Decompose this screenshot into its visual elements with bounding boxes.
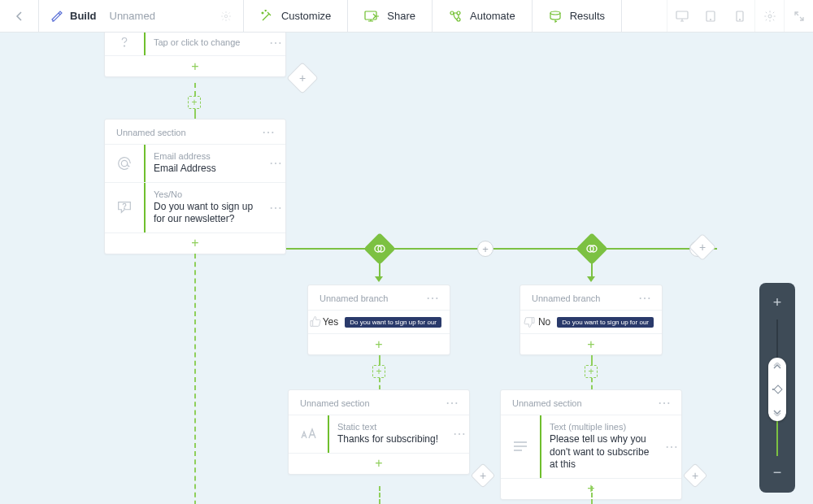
- flow-canvas[interactable]: Tap or click to change ⋯ + + + Unnamed s…: [0, 33, 813, 504]
- back-button[interactable]: [0, 0, 39, 32]
- insert-node-button[interactable]: +: [585, 365, 598, 378]
- share-label: Share: [387, 10, 415, 22]
- connector: [194, 109, 196, 119]
- settings-icon[interactable]: [754, 0, 784, 32]
- text-size-icon: [289, 415, 328, 453]
- section-title[interactable]: Unnamed section: [300, 398, 370, 408]
- row-text: Email Address: [154, 163, 258, 176]
- fullscreen-icon[interactable]: [784, 0, 813, 32]
- section-card-no[interactable]: Unnamed section ⋯ Text (multiple lines) …: [500, 389, 682, 500]
- zoom-control[interactable]: + −: [759, 283, 795, 493]
- thumbs-up-icon: [308, 315, 323, 328]
- insert-node-button[interactable]: +: [188, 96, 201, 109]
- tab-customize[interactable]: Customize: [244, 0, 348, 32]
- svg-point-8: [711, 19, 711, 20]
- at-icon: [105, 145, 144, 182]
- question-row-yesno[interactable]: Yes/No Do you want to sign up for our ne…: [105, 182, 285, 232]
- card-menu-icon[interactable]: ⋯: [262, 130, 276, 135]
- zoom-out-button[interactable]: −: [773, 461, 782, 484]
- device-desktop-icon[interactable]: [667, 0, 696, 32]
- tab-share[interactable]: Share: [348, 0, 433, 32]
- svg-point-14: [124, 208, 125, 209]
- connector: [194, 83, 196, 96]
- tab-automate[interactable]: Automate: [433, 0, 533, 32]
- question-row-static[interactable]: Static text Thanks for subscribing! ⋯: [289, 415, 469, 453]
- question-row-email[interactable]: Email address Email Address ⋯: [105, 144, 285, 182]
- add-branch-button[interactable]: +: [477, 241, 493, 257]
- row-menu-icon[interactable]: ⋯: [450, 415, 469, 453]
- connector: [379, 355, 380, 365]
- row-type: Yes/No: [154, 189, 258, 199]
- connector: [591, 355, 593, 365]
- text-lines-icon: [501, 415, 540, 478]
- arrow-icon: [375, 276, 383, 282]
- connector: [379, 378, 380, 389]
- branch-answer: Yes: [323, 316, 339, 328]
- device-phone-icon[interactable]: [725, 11, 754, 22]
- survey-name[interactable]: Unnamed: [110, 10, 155, 22]
- section-title[interactable]: Unnamed section: [116, 128, 186, 137]
- section-card-yes[interactable]: Unnamed section ⋯ Static text Thanks for…: [288, 389, 470, 475]
- question-card-top[interactable]: Tap or click to change ⋯ +: [104, 28, 286, 77]
- svg-point-13: [121, 160, 127, 166]
- connector: [591, 486, 593, 504]
- card-menu-icon[interactable]: ⋯: [446, 401, 459, 406]
- gear-icon[interactable]: [220, 11, 232, 22]
- arrow-icon: [587, 276, 595, 282]
- branch-add-diamond[interactable]: +: [682, 463, 707, 488]
- add-question-button[interactable]: +: [289, 453, 469, 474]
- connector: [591, 260, 593, 278]
- add-question-button[interactable]: +: [105, 55, 285, 76]
- insert-node-button[interactable]: +: [372, 365, 385, 378]
- question-row-multiline[interactable]: Text (multiple lines) Please tell us why…: [501, 415, 681, 478]
- branch-title[interactable]: Unnamed branch: [320, 293, 388, 303]
- thumbs-down-icon: [520, 315, 538, 328]
- top-toolbar: Build Unnamed Customize Share Automate R…: [0, 0, 813, 33]
- add-condition-button[interactable]: +: [308, 333, 450, 354]
- automate-label: Automate: [470, 10, 515, 22]
- svg-point-12: [124, 46, 124, 46]
- row-type: Static text: [337, 422, 441, 432]
- zoom-in-button[interactable]: +: [773, 291, 782, 315]
- add-condition-button[interactable]: +: [520, 333, 662, 354]
- branch-add-diamond[interactable]: +: [470, 463, 495, 488]
- branch-condition-row[interactable]: Yes Do you want to sign up for our: [308, 310, 450, 333]
- zoom-handle[interactable]: [768, 358, 786, 421]
- svg-rect-6: [676, 11, 688, 19]
- build-icon: [50, 10, 63, 23]
- svg-point-5: [550, 11, 560, 15]
- svg-point-10: [740, 19, 741, 20]
- row-menu-icon[interactable]: ⋯: [266, 183, 285, 232]
- branch-answer: No: [538, 316, 550, 328]
- branch-add-diamond[interactable]: +: [689, 233, 716, 261]
- add-question-button[interactable]: +: [105, 232, 285, 254]
- zoom-center-icon: [772, 389, 782, 390]
- condition-chip: Do you want to sign up for our: [557, 317, 654, 328]
- row-menu-icon[interactable]: ⋯: [662, 415, 681, 478]
- branch-card-no[interactable]: Unnamed branch ⋯ No Do you want to sign …: [520, 285, 663, 355]
- card-menu-icon[interactable]: ⋯: [658, 401, 672, 406]
- branch-condition-row[interactable]: No Do you want to sign up for our: [520, 310, 662, 333]
- device-tablet-icon[interactable]: [696, 11, 725, 22]
- row-type: Text (multiple lines): [550, 422, 654, 432]
- tab-results[interactable]: Results: [533, 0, 622, 32]
- card-menu-icon[interactable]: ⋯: [426, 296, 440, 301]
- row-text: Thanks for subscribing!: [337, 433, 441, 446]
- tab-build[interactable]: Build Unnamed: [39, 0, 244, 32]
- row-menu-icon[interactable]: ⋯: [266, 29, 285, 55]
- svg-point-0: [224, 15, 228, 18]
- branch-card-yes[interactable]: Unnamed branch ⋯ Yes Do you want to sign…: [307, 285, 450, 355]
- row-text: Do you want to sign up for our newslette…: [154, 201, 258, 226]
- connector: [379, 486, 380, 504]
- customize-label: Customize: [281, 10, 331, 22]
- branch-add-diamond[interactable]: +: [286, 62, 319, 94]
- svg-point-4: [457, 18, 460, 21]
- row-menu-icon[interactable]: ⋯: [266, 145, 285, 182]
- section-card-1[interactable]: Unnamed section ⋯ Email address Email Ad…: [104, 119, 286, 254]
- section-title[interactable]: Unnamed section: [512, 398, 582, 408]
- connector: [591, 378, 593, 389]
- card-menu-icon[interactable]: ⋯: [638, 296, 652, 301]
- branch-title[interactable]: Unnamed branch: [532, 293, 600, 303]
- question-icon: [105, 29, 144, 55]
- connector: [379, 260, 380, 278]
